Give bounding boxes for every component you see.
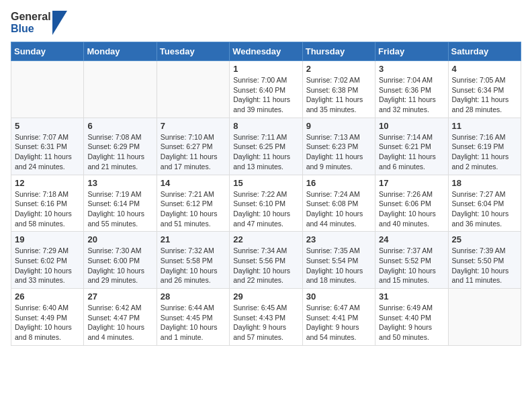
weekday-header-tuesday: Tuesday — [157, 42, 229, 61]
calendar-cell: 13Sunrise: 7:19 AM Sunset: 6:14 PM Dayli… — [84, 175, 157, 232]
day-info: Sunrise: 7:07 AM Sunset: 6:31 PM Dayligh… — [15, 132, 80, 172]
calendar-cell: 7Sunrise: 7:10 AM Sunset: 6:27 PM Daylig… — [157, 118, 229, 175]
calendar-cell: 23Sunrise: 7:35 AM Sunset: 5:54 PM Dayli… — [302, 232, 375, 289]
day-number: 9 — [306, 121, 371, 131]
day-info: Sunrise: 6:40 AM Sunset: 4:49 PM Dayligh… — [15, 303, 80, 342]
day-number: 31 — [379, 291, 444, 302]
day-number: 28 — [161, 291, 226, 302]
day-info: Sunrise: 7:21 AM Sunset: 6:12 PM Dayligh… — [161, 189, 226, 229]
calendar-cell: 20Sunrise: 7:30 AM Sunset: 6:00 PM Dayli… — [84, 232, 157, 289]
svg-marker-0 — [52, 11, 67, 35]
day-info: Sunrise: 6:44 AM Sunset: 4:45 PM Dayligh… — [161, 303, 226, 342]
weekday-header-monday: Monday — [84, 42, 157, 61]
day-info: Sunrise: 6:47 AM Sunset: 4:41 PM Dayligh… — [306, 303, 371, 342]
calendar-table: SundayMondayTuesdayWednesdayThursdayFrid… — [11, 42, 521, 346]
day-info: Sunrise: 7:11 AM Sunset: 6:25 PM Dayligh… — [233, 132, 298, 172]
calendar-cell: 26Sunrise: 6:40 AM Sunset: 4:49 PM Dayli… — [11, 289, 84, 346]
day-info: Sunrise: 7:05 AM Sunset: 6:34 PM Dayligh… — [452, 75, 517, 115]
day-info: Sunrise: 7:00 AM Sunset: 6:40 PM Dayligh… — [233, 75, 298, 115]
weekday-header-thursday: Thursday — [302, 42, 375, 61]
calendar-cell: 18Sunrise: 7:27 AM Sunset: 6:04 PM Dayli… — [448, 175, 521, 232]
day-number: 30 — [306, 291, 371, 302]
calendar-cell: 29Sunrise: 6:45 AM Sunset: 4:43 PM Dayli… — [230, 289, 302, 346]
day-info: Sunrise: 7:08 AM Sunset: 6:29 PM Dayligh… — [87, 132, 152, 172]
calendar-cell: 25Sunrise: 7:39 AM Sunset: 5:50 PM Dayli… — [448, 232, 521, 289]
day-info: Sunrise: 7:13 AM Sunset: 6:23 PM Dayligh… — [306, 132, 371, 172]
weekday-header-wednesday: Wednesday — [230, 42, 302, 61]
logo-triangle-icon — [52, 11, 67, 35]
day-number: 25 — [452, 234, 517, 244]
calendar-cell: 30Sunrise: 6:47 AM Sunset: 4:41 PM Dayli… — [302, 289, 375, 346]
calendar-cell: 21Sunrise: 7:32 AM Sunset: 5:58 PM Dayli… — [157, 232, 229, 289]
day-number: 19 — [15, 234, 80, 244]
day-info: Sunrise: 7:34 AM Sunset: 5:56 PM Dayligh… — [233, 246, 298, 285]
weekday-header-sunday: Sunday — [11, 42, 84, 61]
day-number: 10 — [379, 121, 444, 131]
day-info: Sunrise: 7:02 AM Sunset: 6:38 PM Dayligh… — [306, 75, 371, 115]
day-info: Sunrise: 7:14 AM Sunset: 6:21 PM Dayligh… — [379, 132, 444, 172]
day-info: Sunrise: 7:26 AM Sunset: 6:06 PM Dayligh… — [379, 189, 444, 229]
calendar-cell: 31Sunrise: 6:49 AM Sunset: 4:40 PM Dayli… — [375, 289, 448, 346]
day-number: 16 — [306, 178, 371, 188]
day-info: Sunrise: 7:19 AM Sunset: 6:14 PM Dayligh… — [87, 189, 152, 229]
logo: GeneralBlue — [11, 11, 67, 35]
day-info: Sunrise: 6:42 AM Sunset: 4:47 PM Dayligh… — [87, 303, 152, 342]
calendar-cell — [157, 61, 229, 118]
calendar-cell: 1Sunrise: 7:00 AM Sunset: 6:40 PM Daylig… — [230, 61, 302, 118]
day-number: 17 — [379, 178, 444, 188]
day-info: Sunrise: 7:29 AM Sunset: 6:02 PM Dayligh… — [15, 246, 80, 285]
day-number: 23 — [306, 234, 371, 244]
day-info: Sunrise: 7:32 AM Sunset: 5:58 PM Dayligh… — [161, 246, 226, 285]
calendar-cell — [11, 61, 84, 118]
calendar-cell: 9Sunrise: 7:13 AM Sunset: 6:23 PM Daylig… — [302, 118, 375, 175]
day-number: 13 — [87, 178, 152, 188]
calendar-week-row: 26Sunrise: 6:40 AM Sunset: 4:49 PM Dayli… — [11, 289, 521, 346]
day-number: 11 — [452, 121, 517, 131]
day-number: 29 — [233, 291, 298, 302]
day-number: 15 — [233, 178, 298, 188]
day-number: 21 — [161, 234, 226, 244]
day-info: Sunrise: 7:04 AM Sunset: 6:36 PM Dayligh… — [379, 75, 444, 115]
calendar-cell: 5Sunrise: 7:07 AM Sunset: 6:31 PM Daylig… — [11, 118, 84, 175]
day-number: 20 — [87, 234, 152, 244]
calendar-cell: 27Sunrise: 6:42 AM Sunset: 4:47 PM Dayli… — [84, 289, 157, 346]
day-info: Sunrise: 7:24 AM Sunset: 6:08 PM Dayligh… — [306, 189, 371, 229]
calendar-cell — [84, 61, 157, 118]
calendar-cell: 22Sunrise: 7:34 AM Sunset: 5:56 PM Dayli… — [230, 232, 302, 289]
day-info: Sunrise: 7:18 AM Sunset: 6:16 PM Dayligh… — [15, 189, 80, 229]
day-info: Sunrise: 7:30 AM Sunset: 6:00 PM Dayligh… — [87, 246, 152, 285]
calendar-cell: 12Sunrise: 7:18 AM Sunset: 6:16 PM Dayli… — [11, 175, 84, 232]
day-info: Sunrise: 7:16 AM Sunset: 6:19 PM Dayligh… — [452, 132, 517, 172]
day-number: 6 — [87, 121, 152, 131]
day-info: Sunrise: 7:27 AM Sunset: 6:04 PM Dayligh… — [452, 189, 517, 229]
calendar-cell — [448, 289, 521, 346]
calendar-cell: 2Sunrise: 7:02 AM Sunset: 6:38 PM Daylig… — [302, 61, 375, 118]
calendar-cell: 24Sunrise: 7:37 AM Sunset: 5:52 PM Dayli… — [375, 232, 448, 289]
day-number: 2 — [306, 64, 371, 74]
day-info: Sunrise: 6:45 AM Sunset: 4:43 PM Dayligh… — [233, 303, 298, 342]
calendar-week-row: 1Sunrise: 7:00 AM Sunset: 6:40 PM Daylig… — [11, 61, 521, 118]
day-info: Sunrise: 7:35 AM Sunset: 5:54 PM Dayligh… — [306, 246, 371, 285]
day-number: 24 — [379, 234, 444, 244]
day-number: 1 — [233, 64, 298, 74]
calendar-cell: 14Sunrise: 7:21 AM Sunset: 6:12 PM Dayli… — [157, 175, 229, 232]
calendar-cell: 15Sunrise: 7:22 AM Sunset: 6:10 PM Dayli… — [230, 175, 302, 232]
day-number: 27 — [87, 291, 152, 302]
day-number: 22 — [233, 234, 298, 244]
calendar-cell: 11Sunrise: 7:16 AM Sunset: 6:19 PM Dayli… — [448, 118, 521, 175]
day-number: 4 — [452, 64, 517, 74]
day-info: Sunrise: 6:49 AM Sunset: 4:40 PM Dayligh… — [379, 303, 444, 342]
weekday-header-saturday: Saturday — [448, 42, 521, 61]
calendar-cell: 10Sunrise: 7:14 AM Sunset: 6:21 PM Dayli… — [375, 118, 448, 175]
day-number: 26 — [15, 291, 80, 302]
calendar-cell: 6Sunrise: 7:08 AM Sunset: 6:29 PM Daylig… — [84, 118, 157, 175]
calendar-cell: 28Sunrise: 6:44 AM Sunset: 4:45 PM Dayli… — [157, 289, 229, 346]
calendar-week-row: 12Sunrise: 7:18 AM Sunset: 6:16 PM Dayli… — [11, 175, 521, 232]
weekday-header-row: SundayMondayTuesdayWednesdayThursdayFrid… — [11, 42, 521, 61]
day-number: 12 — [15, 178, 80, 188]
day-number: 14 — [161, 178, 226, 188]
page-header: GeneralBlue — [11, 11, 521, 35]
calendar-cell: 19Sunrise: 7:29 AM Sunset: 6:02 PM Dayli… — [11, 232, 84, 289]
day-info: Sunrise: 7:39 AM Sunset: 5:50 PM Dayligh… — [452, 246, 517, 285]
weekday-header-friday: Friday — [375, 42, 448, 61]
